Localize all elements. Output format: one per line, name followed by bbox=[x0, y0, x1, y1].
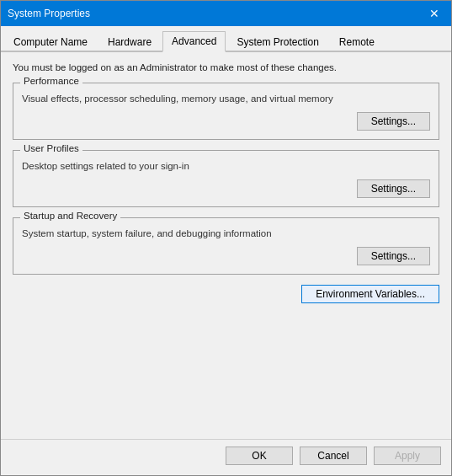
performance-group: Performance Visual effects, processor sc… bbox=[13, 83, 439, 140]
environment-variables-button[interactable]: Environment Variables... bbox=[301, 285, 439, 303]
system-properties-window: System Properties ✕ Computer Name Hardwa… bbox=[0, 0, 452, 476]
startup-recovery-description: System startup, system failure, and debu… bbox=[22, 228, 430, 238]
tab-computer-name[interactable]: Computer Name bbox=[4, 31, 97, 52]
close-button[interactable]: ✕ bbox=[424, 6, 444, 21]
performance-group-label: Performance bbox=[20, 76, 82, 86]
user-profiles-description: Desktop settings related to your sign-in bbox=[22, 161, 430, 171]
performance-settings-button[interactable]: Settings... bbox=[357, 112, 430, 131]
tab-hardware[interactable]: Hardware bbox=[98, 31, 161, 52]
window-title: System Properties bbox=[8, 8, 90, 19]
startup-recovery-settings-button[interactable]: Settings... bbox=[357, 247, 430, 265]
cancel-button[interactable]: Cancel bbox=[300, 447, 367, 465]
performance-description: Visual effects, processor scheduling, me… bbox=[22, 94, 430, 104]
ok-button[interactable]: OK bbox=[226, 447, 293, 465]
startup-recovery-group: Startup and Recovery System startup, sys… bbox=[13, 217, 439, 275]
user-profiles-group-label: User Profiles bbox=[20, 143, 82, 153]
tab-remote[interactable]: Remote bbox=[330, 31, 384, 52]
tab-content-advanced: You must be logged on as an Administrato… bbox=[1, 52, 451, 439]
admin-notice: You must be logged on as an Administrato… bbox=[13, 62, 439, 72]
tab-bar: Computer Name Hardware Advanced System P… bbox=[1, 26, 451, 52]
user-profiles-settings-button[interactable]: Settings... bbox=[357, 179, 430, 198]
env-vars-row: Environment Variables... bbox=[13, 285, 439, 303]
title-bar: System Properties ✕ bbox=[1, 1, 451, 26]
tab-system-protection[interactable]: System Protection bbox=[227, 31, 327, 52]
startup-recovery-group-label: Startup and Recovery bbox=[20, 211, 120, 221]
user-profiles-group: User Profiles Desktop settings related t… bbox=[13, 150, 439, 207]
dialog-footer: OK Cancel Apply bbox=[1, 439, 451, 475]
tab-advanced[interactable]: Advanced bbox=[162, 31, 226, 52]
apply-button[interactable]: Apply bbox=[374, 447, 441, 465]
